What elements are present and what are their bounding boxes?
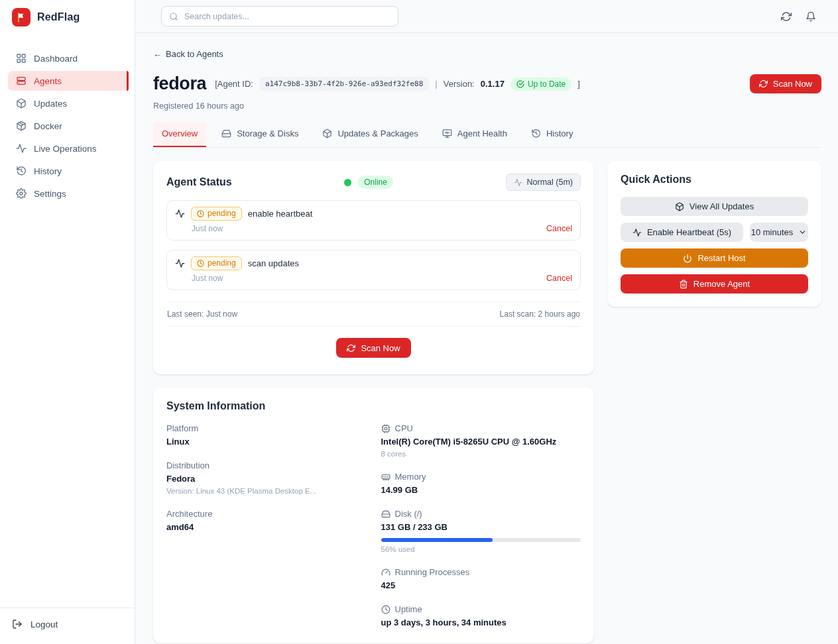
system-info-left: Platform Linux Distribution Fedora Versi… — [166, 423, 367, 630]
view-all-updates-label: View All Updates — [689, 201, 754, 211]
back-to-agents-link[interactable]: ← Back to Agents — [153, 49, 223, 59]
main-content: ← Back to Agents fedora [Agent ID: a147c… — [135, 33, 838, 644]
platform-label: Platform — [166, 423, 367, 433]
topbar — [135, 0, 838, 33]
architecture-block: Architecture amd64 — [166, 509, 367, 532]
distribution-value: Fedora — [166, 474, 367, 484]
pending-badge: pending — [191, 256, 242, 270]
check-circle-icon — [516, 80, 524, 88]
back-link-label: Back to Agents — [166, 49, 223, 59]
uptime-block: Uptime up 3 days, 3 hours, 34 minutes — [381, 604, 581, 627]
sidebar-item-label: Dashboard — [34, 54, 78, 64]
remove-agent-button[interactable]: Remove Agent — [621, 274, 808, 294]
sidebar-item-dashboard[interactable]: Dashboard — [8, 48, 129, 68]
interval-value: 10 minutes — [751, 227, 794, 237]
scan-now-wrap: Scan Now — [166, 327, 581, 361]
tab-label: Overview — [162, 129, 198, 138]
restart-host-button[interactable]: Restart Host — [621, 248, 808, 268]
search-input[interactable] — [184, 12, 390, 21]
sidebar-item-history[interactable]: History — [8, 161, 129, 181]
brand-name: RedFlag — [37, 11, 80, 23]
uptime-label: Uptime — [395, 604, 422, 614]
tab-history[interactable]: History — [522, 122, 581, 147]
gauge-icon — [381, 568, 390, 577]
monitor-icon — [442, 129, 452, 138]
cancel-task-link[interactable]: Cancel — [546, 224, 572, 233]
agent-status-card: Agent Status Online Normal (5m) — [153, 161, 594, 374]
sidebar-item-agents[interactable]: Agents — [8, 71, 129, 91]
online-status: Online — [344, 176, 393, 189]
tab-label: Storage & Disks — [237, 129, 298, 138]
sidebar-item-live-operations[interactable]: Live Operations — [8, 138, 129, 158]
task-top: pending scan updates — [175, 256, 572, 270]
system-information-card: System Information Platform Linux Distri… — [153, 388, 594, 643]
tab-updates-packages[interactable]: Updates & Packages — [314, 122, 426, 147]
cpu-cores: 8 cores — [381, 450, 581, 458]
sidebar-item-settings[interactable]: Settings — [8, 184, 129, 203]
cube-icon — [16, 121, 27, 131]
cpu-value: Intel(R) Core(TM) i5-8265U CPU @ 1.60GHz — [381, 437, 581, 447]
bell-icon[interactable] — [806, 11, 816, 22]
sidebar: RedFlag Dashboard Agents Updates Docker … — [0, 0, 135, 644]
architecture-value: amd64 — [166, 522, 367, 532]
quick-actions-card: Quick Actions View All Updates Enable He… — [607, 161, 821, 307]
online-dot — [344, 179, 351, 186]
view-all-updates-button[interactable]: View All Updates — [621, 197, 808, 216]
pulse-icon — [514, 178, 522, 187]
version-label: Version: — [444, 79, 475, 89]
task-top: pending enable heartbeat — [175, 207, 572, 221]
enable-heartbeat-button[interactable]: Enable Heartbeat (5s) — [621, 223, 743, 242]
tab-overview[interactable]: Overview — [153, 122, 206, 147]
hard-drive-icon — [221, 129, 231, 138]
system-info-right: CPU Intel(R) Core(TM) i5-8265U CPU @ 1.6… — [381, 423, 581, 630]
agent-status-title: Agent Status — [166, 176, 232, 188]
dashboard-icon — [16, 53, 27, 64]
sidebar-item-label: History — [34, 166, 62, 176]
package-icon — [322, 129, 332, 138]
search-box[interactable] — [161, 6, 398, 27]
task-name: scan updates — [248, 258, 299, 268]
agent-header: fedora [Agent ID: a147c9b8-33b7-4f2b-926… — [153, 74, 821, 94]
distribution-version: Version: Linux 43 (KDE Plasma Desktop E.… — [166, 487, 367, 495]
redflag-logo-icon — [12, 8, 30, 27]
restart-host-label: Restart Host — [697, 253, 745, 263]
clock-icon — [197, 210, 204, 217]
package-icon — [675, 202, 684, 211]
sidebar-footer: Logout — [0, 608, 135, 644]
tab-agent-health[interactable]: Agent Health — [434, 122, 516, 147]
distribution-label: Distribution — [166, 460, 367, 470]
cancel-task-link[interactable]: Cancel — [546, 274, 572, 283]
tab-label: Agent Health — [457, 129, 507, 138]
tab-storage-disks[interactable]: Storage & Disks — [213, 122, 307, 147]
brand-header: RedFlag — [0, 0, 135, 34]
scan-now-button-header[interactable]: Scan Now — [750, 74, 821, 93]
refresh-icon — [347, 344, 355, 352]
heartbeat-mode-button[interactable]: Normal (5m) — [506, 174, 581, 191]
architecture-label: Architecture — [166, 509, 367, 519]
pending-badge-label: pending — [208, 209, 236, 218]
power-icon — [683, 254, 692, 263]
refresh-icon — [759, 80, 768, 88]
agent-id-chip[interactable]: a147c9b8-33b7-4f2b-926e-a93edf32fe88 — [259, 77, 429, 91]
logout-button[interactable]: Logout — [12, 619, 123, 629]
mode-label: Normal (5m) — [527, 178, 573, 187]
scan-now-button[interactable]: Scan Now — [336, 338, 410, 358]
pending-task-row: pending scan updates Just now Cancel — [166, 250, 581, 290]
disk-used-text: 56% used — [381, 545, 581, 553]
quick-actions-title: Quick Actions — [621, 174, 808, 186]
server-icon — [16, 76, 27, 86]
hard-drive-icon — [381, 510, 390, 519]
task-name: enable heartbeat — [248, 209, 313, 219]
sidebar-item-updates[interactable]: Updates — [8, 93, 129, 113]
disk-progress-track — [381, 538, 581, 542]
agent-status-header: Agent Status Online Normal (5m) — [166, 174, 581, 191]
sidebar-item-docker[interactable]: Docker — [8, 116, 129, 136]
sidebar-item-label: Agents — [34, 76, 62, 86]
registered-text: Registered 16 hours ago — [153, 101, 821, 111]
memory-value: 14.99 GB — [381, 485, 581, 495]
topbar-icons — [781, 11, 816, 22]
sidebar-item-label: Docker — [34, 121, 62, 131]
task-time: Just now — [192, 224, 223, 233]
refresh-icon[interactable] — [781, 11, 792, 22]
interval-dropdown[interactable]: 10 minutes — [750, 223, 808, 242]
